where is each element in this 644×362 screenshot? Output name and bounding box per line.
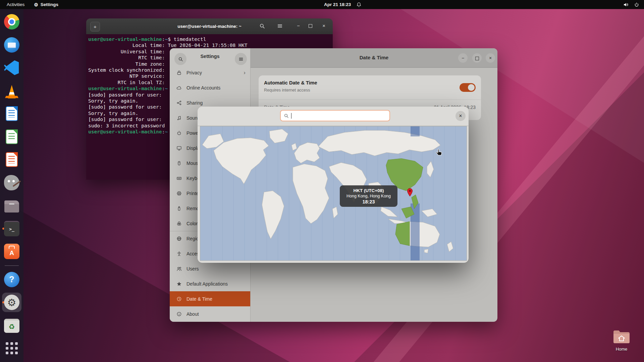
printer-icon — [176, 191, 182, 196]
access-icon — [176, 251, 182, 256]
dock-item-thunderbird[interactable] — [2, 35, 21, 55]
power-icon — [176, 130, 182, 136]
tooltip-place: Hong Kong, Hong Kong — [342, 194, 395, 198]
settings-maximize-button[interactable] — [472, 53, 482, 63]
timezone-world-map[interactable]: HKT (UTC+08) Hong Kong, Hong Kong 18:23 — [200, 126, 467, 261]
timezone-tooltip: HKT (UTC+08) Hong Kong, Hong Kong 18:23 — [340, 185, 397, 207]
users-icon — [176, 266, 182, 272]
settings-minimize-button[interactable]: − — [458, 53, 468, 63]
location-pin-icon — [407, 188, 413, 197]
text-caret — [291, 113, 291, 119]
automatic-datetime-row[interactable]: Automatic Date & Time Requires internet … — [259, 75, 481, 100]
clock-menu[interactable]: Apr 21 18:23 — [324, 2, 362, 7]
volume-icon — [623, 2, 629, 7]
sidebar-header: Settings — [170, 48, 250, 65]
keyboard-icon — [176, 176, 182, 181]
monitor-icon — [176, 145, 182, 151]
dock-item-trash[interactable]: ♻ — [2, 316, 21, 335]
activities-button[interactable]: Activities — [7, 2, 24, 7]
terminal-line: Local time: Tue 2026-04-21 17:55:08 HKT — [88, 42, 333, 48]
terminal-titlebar[interactable]: + user@user-virtual-machine: ~ − × — [86, 18, 333, 35]
dock-item-chrome[interactable] — [2, 12, 21, 32]
sidebar-item-about[interactable]: About — [170, 306, 250, 321]
terminal-search-icon[interactable] — [259, 23, 265, 29]
dock-item-writer[interactable] — [2, 104, 21, 123]
clock-icon — [176, 296, 182, 302]
star-icon — [176, 281, 182, 287]
dock-divider — [5, 265, 19, 266]
terminal-minimize-button[interactable]: − — [297, 23, 300, 28]
dock-item-gimp[interactable] — [2, 173, 21, 192]
system-status-area[interactable] — [623, 2, 639, 7]
dock: >_A?⚙♻ — [0, 9, 23, 362]
mouse-icon — [176, 161, 182, 166]
dock-item-settings[interactable]: ⚙ — [2, 293, 21, 312]
automatic-datetime-title: Automatic Date & Time — [264, 80, 317, 85]
globe-icon — [176, 236, 182, 241]
terminal-line: user@user-virtual-machine:~$ timedatectl — [88, 36, 333, 42]
dock-item-vscode[interactable] — [2, 58, 21, 77]
pointer-cursor — [435, 148, 443, 157]
terminal-close-button[interactable]: × — [322, 23, 325, 28]
home-folder-icon — [613, 329, 630, 344]
usb-icon — [176, 206, 182, 211]
app-menu-button[interactable]: ⚙ Settings — [34, 2, 58, 7]
music-icon — [176, 115, 182, 121]
desktop: Home + user@user-virtual-machine: ~ − × … — [0, 0, 644, 362]
timezone-search-field[interactable] — [280, 110, 390, 121]
world-map-svg — [200, 126, 467, 260]
chevron-right-icon: › — [244, 69, 246, 76]
panel-headerbar[interactable]: Date & Time − × — [251, 48, 497, 68]
sidebar-item-date-time[interactable]: Date & Time — [170, 291, 250, 306]
notification-bell-icon — [356, 2, 362, 7]
timezone-search-input[interactable] — [294, 113, 389, 118]
clock-label: Apr 21 18:23 — [324, 2, 351, 7]
settings-close-button[interactable]: × — [486, 53, 495, 63]
dock-item-files[interactable] — [2, 196, 21, 215]
dialog-close-button[interactable]: × — [455, 111, 466, 121]
timezone-dialog: × — [198, 107, 469, 263]
sidebar-item-online-accounts[interactable]: Online Accounts — [170, 80, 250, 95]
color-icon — [176, 221, 182, 226]
show-applications-button[interactable] — [2, 339, 21, 358]
terminal-title: user@user-virtual-machine: ~ — [86, 24, 333, 29]
top-bar: Activities ⚙ Settings Apr 21 18:23 — [0, 0, 644, 9]
lock-icon — [176, 70, 182, 75]
terminal-menu-icon[interactable] — [277, 23, 283, 29]
sidebar-item-privacy[interactable]: Privacy› — [170, 65, 250, 80]
power-icon — [634, 2, 639, 7]
automatic-datetime-subtitle: Requires internet access — [264, 88, 310, 93]
terminal-maximize-button[interactable] — [309, 23, 312, 28]
sidebar-item-default-apps[interactable]: Default Applications — [170, 276, 250, 291]
sidebar-item-users[interactable]: Users — [170, 261, 250, 276]
timezone-dialog-header: × — [198, 107, 469, 126]
apps-grid-icon — [6, 342, 18, 354]
dock-item-terminal[interactable]: >_ — [2, 219, 21, 238]
tooltip-time: 18:23 — [342, 199, 395, 204]
settings-menu-button[interactable] — [235, 53, 247, 65]
dock-item-vlc[interactable] — [2, 81, 21, 101]
dock-item-impress[interactable] — [2, 150, 21, 169]
automatic-datetime-toggle[interactable] — [460, 83, 476, 92]
cloud-icon — [176, 85, 182, 90]
home-folder-shortcut[interactable]: Home — [610, 329, 633, 352]
dock-item-calc[interactable] — [2, 127, 21, 146]
tooltip-zone: HKT (UTC+08) — [342, 188, 395, 193]
dock-item-help[interactable]: ? — [2, 270, 21, 289]
dock-item-appcenter[interactable]: A — [2, 242, 21, 261]
search-icon — [284, 113, 289, 118]
home-folder-label: Home — [610, 347, 633, 352]
gear-icon: ⚙ — [34, 2, 38, 7]
share-icon — [176, 100, 182, 106]
info-icon — [176, 311, 182, 317]
